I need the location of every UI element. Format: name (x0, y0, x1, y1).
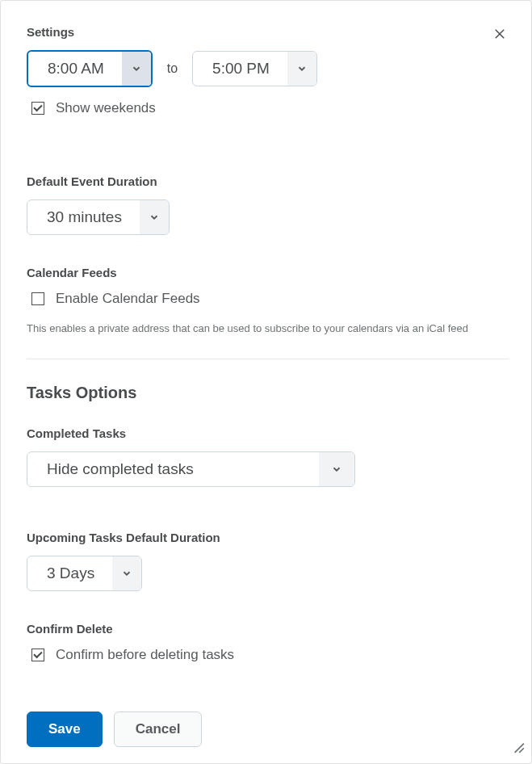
calendar-feeds-label: Calendar Feeds (27, 266, 509, 279)
chevron-down-icon (287, 52, 316, 86)
upcoming-tasks-value: 3 Days (27, 556, 112, 590)
calendar-feeds-help: This enables a private address that can … (27, 321, 509, 336)
end-time-value: 5:00 PM (193, 52, 287, 86)
show-weekends-checkbox[interactable] (31, 102, 44, 115)
completed-tasks-label: Completed Tasks (27, 426, 509, 440)
close-button[interactable] (492, 27, 513, 48)
resize-handle[interactable] (510, 739, 525, 757)
show-weekends-label: Show weekends (56, 100, 156, 116)
enable-calendar-feeds-label: Enable Calendar Feeds (56, 291, 200, 307)
confirm-delete-checkbox-label: Confirm before deleting tasks (56, 647, 234, 663)
time-range-row: 8:00 AM to 5:00 PM (27, 50, 509, 87)
enable-calendar-feeds-checkbox[interactable] (31, 292, 44, 305)
divider (27, 359, 509, 359)
start-time-select[interactable]: 8:00 AM (27, 50, 153, 87)
default-duration-select[interactable]: 30 minutes (27, 199, 170, 235)
cancel-button[interactable]: Cancel (114, 712, 203, 747)
calendar-feeds-row: Enable Calendar Feeds (31, 291, 509, 307)
settings-dialog: Settings 8:00 AM to 5:00 PM Show weekend… (0, 0, 532, 764)
confirm-delete-label: Confirm Delete (27, 622, 509, 636)
upcoming-tasks-label: Upcoming Tasks Default Duration (27, 531, 509, 544)
close-icon (492, 27, 507, 41)
confirm-delete-row: Confirm before deleting tasks (31, 647, 509, 663)
save-button[interactable]: Save (27, 712, 103, 747)
svg-line-2 (515, 744, 524, 753)
chevron-down-icon (319, 452, 354, 486)
end-time-select[interactable]: 5:00 PM (192, 51, 317, 86)
resize-icon (510, 739, 525, 754)
completed-tasks-select[interactable]: Hide completed tasks (27, 451, 355, 487)
svg-line-3 (519, 748, 524, 753)
chevron-down-icon (112, 556, 141, 590)
chevron-down-icon (140, 200, 169, 234)
completed-tasks-value: Hide completed tasks (27, 452, 319, 486)
to-label: to (167, 61, 178, 76)
confirm-delete-checkbox[interactable] (31, 649, 44, 661)
settings-label: Settings (27, 25, 509, 39)
default-duration-value: 30 minutes (27, 200, 140, 234)
default-duration-label: Default Event Duration (27, 174, 509, 188)
chevron-down-icon (122, 52, 151, 86)
upcoming-tasks-select[interactable]: 3 Days (27, 556, 142, 591)
dialog-body: Settings 8:00 AM to 5:00 PM Show weekend… (1, 1, 531, 702)
tasks-options-heading: Tasks Options (27, 384, 509, 402)
start-time-value: 8:00 AM (28, 52, 122, 86)
dialog-footer: Save Cancel (1, 702, 531, 763)
show-weekends-row: Show weekends (31, 100, 509, 116)
